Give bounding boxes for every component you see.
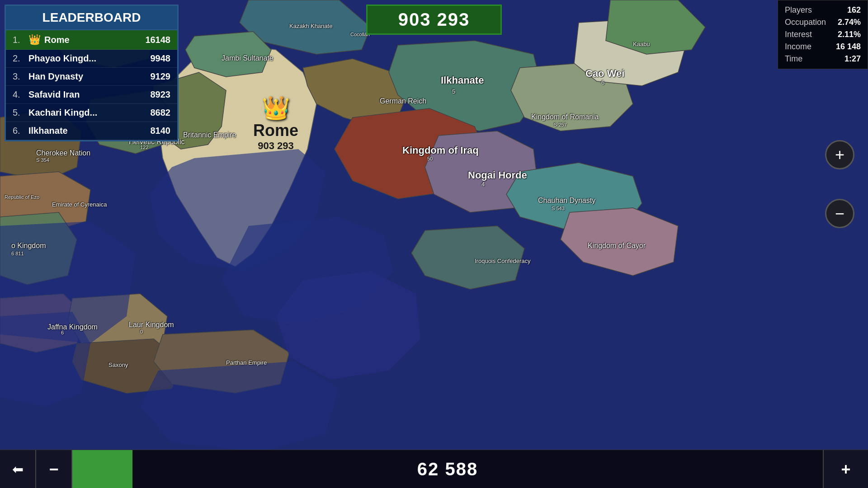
zoom-out-button[interactable]: −: [825, 199, 854, 228]
players-label: Players: [785, 5, 812, 15]
leaderboard-title: LEADERBOARD: [6, 6, 177, 30]
lb-name: Kachari Kingd...: [28, 108, 151, 118]
occupation-value: 2.74%: [838, 18, 861, 27]
lb-score: 8140: [151, 126, 171, 136]
time-value: 1:27: [844, 54, 861, 64]
bottom-score: 62 588: [417, 459, 478, 479]
lb-rank: 6.: [13, 126, 28, 136]
zoom-in-button[interactable]: +: [825, 140, 854, 169]
leaderboard-panel: LEADERBOARD 1.👑Rome161482.Phayao Kingd..…: [5, 5, 179, 141]
lb-row: 2.Phayao Kingd...9948: [6, 50, 177, 68]
back-icon: ⬅: [12, 461, 24, 477]
income-stat: Income 16 148: [785, 41, 861, 53]
lb-rank: 1.: [13, 35, 28, 45]
lb-score: 8682: [151, 108, 171, 118]
lb-crown-icon: 👑: [28, 34, 41, 46]
lb-rank: 2.: [13, 53, 28, 64]
interest-label: Interest: [785, 30, 812, 39]
plus-icon: +: [841, 460, 850, 479]
interest-stat: Interest 2.11%: [785, 28, 861, 41]
occupation-label: Occupation: [785, 18, 826, 27]
time-stat: Time 1:27: [785, 53, 861, 65]
lb-row: 4.Safavid Iran8923: [6, 86, 177, 104]
plus-button[interactable]: +: [823, 450, 868, 488]
lb-rank: 3.: [13, 71, 28, 82]
progress-fill: [72, 450, 132, 488]
lb-row: 6.Ilkhanate8140: [6, 122, 177, 140]
score-bar: 903 293: [366, 5, 502, 35]
lb-row: 5.Kachari Kingd...8682: [6, 104, 177, 122]
minus-button[interactable]: −: [36, 450, 72, 488]
leaderboard-entries: 1.👑Rome161482.Phayao Kingd...99483.Han D…: [6, 30, 177, 140]
minus-icon: −: [49, 460, 58, 479]
lb-row: 1.👑Rome16148: [6, 30, 177, 50]
lb-score: 9129: [151, 71, 171, 82]
lb-rank: 5.: [13, 108, 28, 118]
lb-name: Rome: [44, 35, 145, 45]
income-label: Income: [785, 42, 811, 52]
lb-score: 8923: [151, 89, 171, 100]
score-value: 903 293: [386, 9, 482, 30]
back-button[interactable]: ⬅: [0, 450, 36, 488]
interest-value: 2.11%: [838, 30, 861, 39]
stats-panel: Players 162 Occupation 2.74% Interest 2.…: [778, 0, 868, 69]
zoom-out-icon: −: [835, 204, 844, 223]
income-value: 16 148: [836, 42, 861, 52]
time-label: Time: [785, 54, 802, 64]
lb-name: Safavid Iran: [28, 89, 151, 100]
lb-rank: 4.: [13, 89, 28, 100]
progress-bar: 62 588: [72, 450, 823, 488]
players-value: 162: [847, 5, 861, 15]
zoom-in-icon: +: [835, 145, 844, 164]
bottom-bar: ⬅ − 62 588 +: [0, 450, 868, 488]
players-stat: Players 162: [785, 4, 861, 16]
occupation-stat: Occupation 2.74%: [785, 16, 861, 28]
lb-name: Ilkhanate: [28, 126, 151, 136]
lb-name: Han Dynasty: [28, 71, 151, 82]
lb-name: Phayao Kingd...: [28, 53, 151, 64]
lb-row: 3.Han Dynasty9129: [6, 68, 177, 86]
lb-score: 16148: [145, 35, 170, 45]
lb-score: 9948: [151, 53, 171, 64]
